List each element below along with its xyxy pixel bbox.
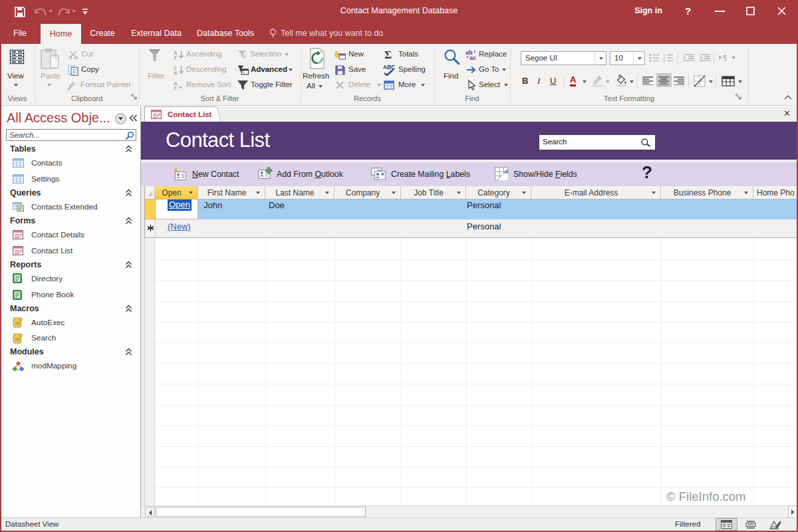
- svg-text:ac: ac: [469, 55, 476, 60]
- svg-text:¶: ¶: [723, 54, 728, 62]
- svg-text:3: 3: [663, 59, 665, 63]
- svg-text:Σ: Σ: [384, 49, 392, 60]
- svg-text:A: A: [174, 70, 178, 74]
- svg-text:Z: Z: [174, 55, 177, 59]
- svg-text:Z: Z: [174, 85, 177, 90]
